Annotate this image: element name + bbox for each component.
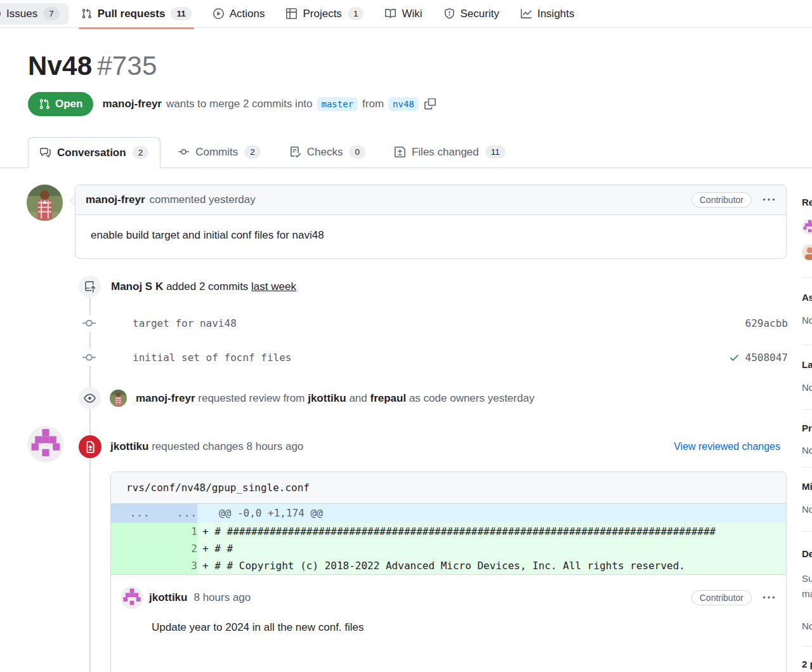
sidebar-development-value: None yet — [802, 621, 812, 631]
file-diff-icon — [395, 147, 405, 157]
tab-count-badge: 11 — [485, 145, 506, 159]
diff-line-number[interactable]: 2 — [111, 540, 197, 557]
review-comment-body: Update year to 2024 in all the new conf.… — [152, 621, 776, 634]
commit-row: target for navi48 629acbb — [82, 315, 788, 332]
tab-conversation[interactable]: Conversation 2 — [28, 137, 160, 168]
contributor-badge: Contributor — [691, 192, 752, 208]
sidebar-assignees-value[interactable]: No one—assign yourself — [802, 315, 812, 326]
git-pull-request-icon — [39, 98, 50, 110]
review-thread-card: rvs/conf/nv48/gpup_single.conf ... ... @… — [110, 471, 787, 672]
diff-hunk-header: @@ -0,0 +1,174 @@ — [197, 504, 786, 523]
nav-item-actions[interactable]: Actions — [204, 3, 274, 25]
avatar[interactable] — [27, 185, 63, 221]
diff-line-code[interactable]: + # # Copyright (c) 2018-2022 Advanced M… — [197, 557, 786, 574]
issue-opened-icon — [0, 8, 1, 19]
base-branch-label[interactable]: master — [317, 97, 358, 111]
comment-author-link[interactable]: manoj-freyr — [86, 194, 145, 206]
sidebar-milestone-title: Milestone — [802, 481, 812, 492]
play-icon — [213, 8, 224, 19]
pr-number: #735 — [97, 51, 157, 81]
git-commit-icon — [82, 315, 96, 332]
review-event: jkottiku requested changes 8 hours ago V… — [0, 435, 812, 458]
commit-message-link[interactable]: target for navi48 — [133, 317, 237, 329]
nav-item-insights[interactable]: Insights — [512, 3, 584, 25]
nav-item-issues[interactable]: Issues 7 — [0, 3, 69, 25]
review-request-suffix: as code owners yesterday — [409, 392, 535, 404]
review-request-event: manoj-freyr requested review from jkotti… — [79, 387, 812, 409]
diff-line: 3 + # # Copyright (c) 2018-2022 Advanced… — [111, 557, 786, 574]
comment-timestamp[interactable]: commented yesterday — [150, 194, 256, 206]
request-changes-icon — [79, 435, 102, 458]
review-request-author[interactable]: manoj-freyr — [136, 392, 195, 404]
commit-sha: 629acbb — [745, 317, 788, 329]
sidebar-divider — [802, 345, 812, 345]
nav-item-wiki[interactable]: Wiki — [376, 3, 431, 25]
pr-summary: manoj-freyr wants to merge 2 commits int… — [102, 97, 435, 111]
avatar[interactable] — [28, 426, 63, 462]
pr-title-text: Nv48 — [28, 51, 92, 81]
diff-line-number[interactable]: 3 — [111, 557, 197, 574]
diff-hunk-gutter[interactable]: ... ... — [111, 504, 197, 523]
commit-group-author: Manoj S K — [111, 280, 163, 293]
sidebar-divider — [802, 646, 812, 647]
sidebar-divider — [802, 409, 812, 410]
review-author-link[interactable]: jkottiku — [110, 440, 148, 452]
git-commit-icon — [178, 147, 189, 157]
avatar[interactable] — [110, 390, 127, 407]
commit-sha-link[interactable]: 629acbb — [745, 317, 788, 329]
review-action-text: requested changes 8 hours ago — [152, 440, 303, 452]
diff-line-number[interactable]: 1 — [111, 523, 197, 540]
diff-line-code[interactable]: + # ####################################… — [197, 523, 786, 540]
avatar[interactable] — [121, 587, 143, 609]
copy-icon[interactable] — [424, 98, 436, 110]
pull-request-page: Issues 7 Pull requests 11 Actions Projec… — [0, 0, 812, 672]
review-comment-time[interactable]: 8 hours ago — [193, 591, 251, 604]
review-comment: jkottiku 8 hours ago Contributor Update … — [111, 574, 786, 653]
reviewer-1[interactable]: jkottiku — [308, 392, 346, 404]
commit-sha-link[interactable]: 4508047 — [729, 352, 788, 364]
nav-item-projects[interactable]: Projects 1 — [277, 3, 372, 25]
nav-label: Security — [461, 8, 499, 20]
commit-message-link[interactable]: initial set of focnf files — [133, 352, 291, 364]
review-request-and: and — [349, 392, 367, 404]
timeline-line — [89, 277, 91, 672]
conversation-timeline: manoj-freyr commented yesterday Contribu… — [0, 185, 812, 672]
tab-files-changed[interactable]: Files changed 11 — [383, 137, 517, 167]
nav-label: Pull requests — [98, 8, 166, 20]
kebab-menu-icon[interactable] — [762, 591, 776, 605]
check-icon[interactable] — [729, 352, 740, 363]
comment-discussion-icon — [40, 147, 51, 158]
review-request-verb: requested review from — [198, 392, 304, 404]
nav-item-pull-requests[interactable]: Pull requests 11 — [72, 3, 200, 25]
head-branch-label[interactable]: nv48 — [388, 97, 419, 111]
commit-group-time-link[interactable]: last week — [251, 280, 296, 293]
commit-group-text: added 2 commits — [166, 280, 248, 293]
shield-icon — [444, 8, 455, 19]
tab-checks[interactable]: Checks 0 — [278, 137, 377, 167]
pr-author-link[interactable]: manoj-freyr — [102, 98, 162, 110]
view-reviewed-changes-link[interactable]: View reviewed changes — [674, 441, 780, 452]
repo-nav: Issues 7 Pull requests 11 Actions Projec… — [0, 0, 812, 28]
nav-label: Actions — [230, 8, 265, 20]
reviewer-2[interactable]: frepaul — [370, 392, 406, 404]
tab-commits[interactable]: Commits 2 — [167, 137, 272, 167]
tab-label: Conversation — [57, 147, 126, 159]
commit-row: initial set of focnf files 4508047 — [82, 349, 788, 366]
tab-label: Files changed — [412, 146, 479, 159]
nav-count-badge: 1 — [348, 7, 364, 20]
checklist-icon — [290, 147, 301, 157]
diff-file-path[interactable]: rvs/conf/nv48/gpup_single.conf — [111, 472, 786, 504]
tab-label: Commits — [195, 146, 238, 159]
review-request-text: manoj-freyr requested review from jkotti… — [136, 392, 534, 405]
nav-label: Insights — [537, 8, 575, 20]
diff-line-code[interactable]: + # # — [197, 540, 786, 557]
kebab-menu-icon[interactable] — [762, 193, 776, 207]
sidebar-divider — [802, 467, 812, 468]
diff-line: 2 + # # — [111, 540, 786, 557]
nav-item-security[interactable]: Security — [435, 3, 508, 25]
sidebar-reviewers-title: Reviewers — [802, 197, 812, 208]
pr-header: Nv48#735 Open manoj-freyr wants to merge… — [0, 28, 812, 116]
pr-state-badge: Open — [28, 92, 93, 116]
git-pull-request-icon — [81, 8, 92, 19]
review-comment-author[interactable]: jkottiku — [149, 591, 187, 604]
